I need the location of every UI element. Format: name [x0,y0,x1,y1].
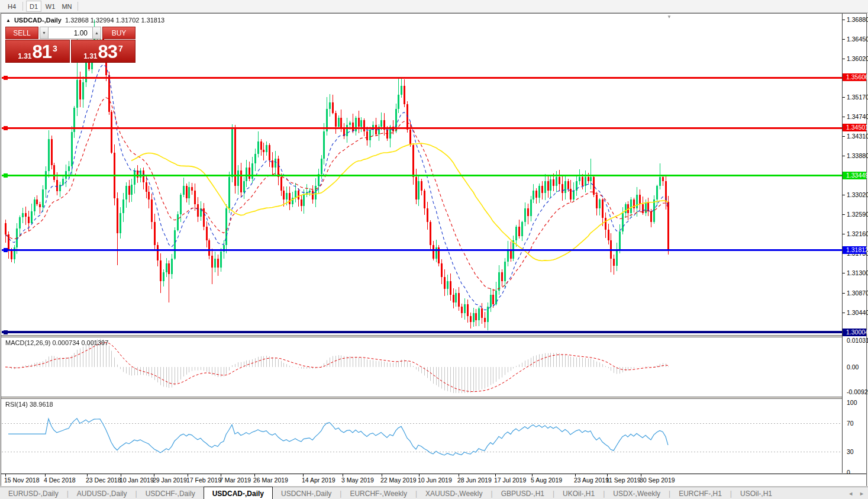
date-axis-label: 23 Aug 2019 [574,477,609,484]
rsi-canvas[interactable] [2,399,842,475]
date-axis-label: 17 Jul 2019 [494,477,526,484]
price-axis-label: 1.32590 [847,211,868,218]
tab-usoil-h1[interactable]: USOil-,H1 [732,487,780,499]
date-axis: 15 Nov 20184 Dec 201823 Dec 201810 Jan 2… [1,474,866,486]
tab-usdcad-daily[interactable]: USDCAD-,Daily [204,487,273,499]
volume-stepper-down[interactable]: ▼ [40,27,49,39]
price-axis-label: 1.33880 [847,152,868,159]
price-axis-tick [843,273,845,273]
timeframe-button-h4[interactable]: H4 [4,1,20,12]
volume-stepper-up[interactable]: ▲ [92,27,101,39]
date-axis-label: 26 Mar 2019 [253,477,288,484]
price-axis-label: 1.31300 [847,269,868,276]
volume-input[interactable] [49,27,92,39]
rsi-axis-label: 70 [847,420,854,427]
ask-main-digits: 83 [98,43,117,60]
price-axis-tick [843,20,845,20]
price-axis-label: 1.34310 [847,133,868,140]
date-axis-label: 5 Aug 2019 [531,477,562,484]
tab-eurusd-daily[interactable]: EURUSD-,Daily [0,487,67,499]
rsi-axis-label: 100 [847,399,857,406]
buy-button[interactable]: BUY [102,27,135,39]
date-axis-label: 28 Jun 2019 [457,477,492,484]
price-axis-tick [843,136,845,137]
chart-shift-marker-icon[interactable]: ▼ [667,14,672,20]
ask-price[interactable]: 1.31 83 7 [71,40,135,63]
price-axis-label: 1.36020 [847,55,868,62]
tab-gbpusd-h1[interactable]: GBPUSD-,H1 [493,487,553,499]
price-axis-tick [843,39,845,40]
price-axis-tick [843,59,845,59]
date-axis-label: 22 May 2019 [380,477,417,484]
price-axis-label: 1.33020 [847,191,868,198]
date-axis-label: 15 Nov 2018 [4,477,40,484]
tab-ukoil-h1[interactable]: UKOil-,H1 [554,487,603,499]
tab-audusd-daily[interactable]: AUDUSD-,Daily [69,487,135,499]
timeframe-toolbar: H4D1W1MN [0,0,868,13]
date-axis-label: 14 Apr 2019 [302,477,335,484]
tab-usdx-weekly[interactable]: USDX-,Weekly [605,487,669,499]
macd-axis-label: -0.009203 [847,388,868,395]
sell-button[interactable]: SELL [5,27,38,39]
macd-axis-label: 0.00 [847,363,859,371]
toolbar-separator [22,2,23,11]
collapse-arrow-icon[interactable]: ▲ [6,18,11,23]
price-level-badge: 1.30004 [843,329,866,336]
bid-prefix: 1.31 [18,52,31,60]
timeframe-button-d1[interactable]: D1 [26,1,41,12]
tab-scroll-right-icon[interactable]: ► [859,491,864,497]
one-click-trading-panel: SELL ▼ ▲ BUY 1.31 81 3 1.31 83 7 [5,27,135,63]
toolbar-separator [78,2,78,11]
price-level-badge: 1.34501 [843,124,866,131]
symbol-title: USDCAD-,Daily [14,17,62,24]
price-axis-tick [843,313,845,313]
macd-label: MACD(12,26,9) 0.000734 0.001397 [5,339,108,346]
date-axis-label: 11 Sep 2019 [606,477,641,484]
timeframe-button-w1[interactable]: W1 [43,1,58,12]
price-axis-label: 1.36450 [847,36,868,43]
price-axis-tick [843,195,845,195]
chart-window: 1.368801.364501.360201.351701.347401.343… [1,13,867,486]
symbol-tab-bar: EURUSD-,Daily|AUDUSD-,Daily|USDCHF-,Dail… [0,487,868,499]
price-axis-label: 1.32160 [847,230,868,237]
price-axis-tick [843,97,845,98]
date-axis-label: 29 Jan 2019 [153,477,187,484]
tab-usdchf-daily[interactable]: USDCHF-,Daily [137,487,204,499]
terminal-window: H4D1W1MN 1.368801.364501.360201.351701.3… [0,0,868,499]
price-axis: 1.368801.364501.360201.351701.347401.343… [843,14,866,473]
date-axis-label: 10 Jun 2019 [418,477,452,484]
date-axis-label: 23 Dec 2018 [86,477,121,484]
price-axis-tick [843,293,845,294]
tab-eurchf-h1[interactable]: EURCHF-,H1 [670,487,730,499]
tab-xauusd-weekly[interactable]: XAUUSD-,Weekly [417,487,491,499]
date-axis-label: 30 Sep 2019 [640,477,675,484]
ask-pipette: 7 [118,45,123,52]
date-axis-label: 7 Mar 2019 [220,477,251,484]
price-axis-tick [843,156,845,156]
date-axis-label: 4 Dec 2018 [44,477,76,484]
macd-canvas[interactable] [2,337,842,394]
price-axis-tick [843,234,845,234]
date-axis-label: 10 Jan 2019 [120,477,154,484]
price-axis-label: 1.30440 [847,309,868,316]
price-axis-label: 1.35170 [847,94,868,101]
price-level-badge: 1.33449 [843,172,866,179]
tab-usdcnh-daily[interactable]: USDCNH-,Daily [273,487,340,499]
date-axis-label: 17 Feb 2019 [186,477,221,484]
price-level-badge: 1.31812 [843,246,866,254]
price-axis-label: 1.34740 [847,113,868,120]
ohlc-values: 1.32868 1.32994 1.31702 1.31813 [65,17,164,24]
price-axis-label: 1.36880 [847,16,868,23]
timeframe-button-mn[interactable]: MN [59,1,75,12]
price-axis-tick [843,117,845,117]
price-level-badge: 1.35606 [843,73,866,81]
tab-scroll-left-icon[interactable]: ◄ [848,491,853,497]
tab-eurchf-weekly[interactable]: EURCHF-,Weekly [341,487,415,499]
date-axis-label: 3 May 2019 [341,477,374,484]
bid-price[interactable]: 1.31 81 3 [5,40,70,63]
rsi-axis-label: 30 [847,448,854,455]
bid-main-digits: 81 [33,43,51,60]
price-axis-label: 1.30870 [847,289,868,297]
bid-pipette: 3 [53,45,57,52]
macd-axis-label: 0.010311 [847,337,868,344]
